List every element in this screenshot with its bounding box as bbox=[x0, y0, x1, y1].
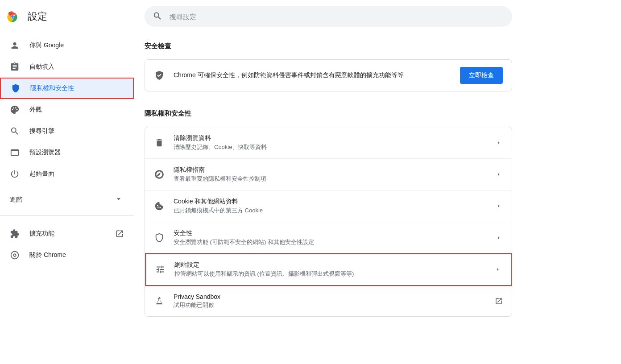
row-body: Privacy Sandbox 試用功能已開啟 bbox=[174, 293, 486, 309]
compass-icon bbox=[154, 169, 165, 180]
power-icon bbox=[10, 169, 20, 179]
sidebar-item-autofill[interactable]: 自動填入 bbox=[0, 56, 128, 78]
chrome-logo-icon bbox=[6, 10, 19, 23]
sidebar-item-search-engine[interactable]: 搜尋引擎 bbox=[0, 120, 128, 142]
sidebar-item-label: 外觀 bbox=[29, 106, 42, 114]
sidebar-item-label: 搜尋引擎 bbox=[29, 127, 54, 135]
sidebar-item-privacy-security[interactable]: 隱私權和安全性 bbox=[0, 78, 134, 99]
sidebar-item-about-chrome[interactable]: 關於 Chrome bbox=[0, 244, 134, 266]
row-body: 網站設定 控管網站可以使用和顯示的資訊 (位置資訊、攝影機和彈出式視窗等等) bbox=[174, 261, 485, 278]
chrome-outline-icon bbox=[10, 250, 20, 260]
sidebar-item-label: 你與 Google bbox=[29, 41, 64, 50]
row-title: Privacy Sandbox bbox=[174, 293, 486, 300]
section-title-privacy: 隱私權和安全性 bbox=[145, 109, 512, 118]
settings-header: 設定 bbox=[0, 6, 134, 32]
search-icon bbox=[153, 11, 162, 22]
open-in-new-icon bbox=[495, 297, 503, 305]
main-nav: 你與 Google 自動填入 隱私權和安全性 外觀 搜尋引擎 預設瀏覽器 bbox=[0, 32, 134, 187]
palette-icon bbox=[10, 105, 20, 115]
delete-icon bbox=[154, 137, 165, 148]
chevron-right-icon bbox=[495, 140, 503, 145]
search-input[interactable] bbox=[170, 13, 504, 21]
chevron-right-icon bbox=[494, 267, 502, 272]
row-title: 網站設定 bbox=[174, 261, 485, 269]
bottom-nav: 擴充功能 關於 Chrome bbox=[0, 219, 134, 266]
safety-check-text: Chrome 可確保安全性，例如防範資料侵害事件或封鎖含有惡意軟體的擴充功能等等 bbox=[174, 71, 451, 79]
row-sub: 安全瀏覽功能 (可防範不安全的網站) 和其他安全性設定 bbox=[174, 238, 486, 246]
safety-check-card: Chrome 可確保安全性，例如防範資料侵害事件或封鎖含有惡意軟體的擴充功能等等… bbox=[145, 59, 512, 91]
row-body: 安全性 安全瀏覽功能 (可防範不安全的網站) 和其他安全性設定 bbox=[174, 229, 486, 246]
shield-outline-icon bbox=[154, 232, 165, 243]
sidebar-item-label: 自動填入 bbox=[29, 63, 54, 71]
open-in-new-icon bbox=[115, 229, 124, 238]
chevron-down-icon bbox=[114, 194, 123, 205]
row-sub: 控管網站可以使用和顯示的資訊 (位置資訊、攝影機和彈出式視窗等等) bbox=[174, 270, 485, 278]
privacy-list: 清除瀏覽資料 清除歷史記錄、Cookie、快取等資料 隱私權指南 查看最重要的隱… bbox=[145, 127, 512, 317]
verified-shield-icon bbox=[154, 70, 165, 81]
search-bar[interactable] bbox=[145, 6, 512, 27]
row-sub: 清除歷史記錄、Cookie、快取等資料 bbox=[174, 143, 486, 151]
extension-icon bbox=[10, 229, 20, 239]
sidebar-item-default-browser[interactable]: 預設瀏覽器 bbox=[0, 142, 128, 163]
row-clear-browsing-data[interactable]: 清除瀏覽資料 清除歷史記錄、Cookie、快取等資料 bbox=[145, 127, 512, 158]
person-icon bbox=[10, 41, 20, 50]
sidebar-item-label: 擴充功能 bbox=[29, 230, 105, 238]
divider bbox=[0, 215, 134, 216]
row-title: Cookie 和其他網站資料 bbox=[174, 198, 486, 206]
search-icon bbox=[10, 126, 20, 136]
sidebar-item-extensions[interactable]: 擴充功能 bbox=[0, 223, 134, 244]
cookie-icon bbox=[154, 201, 165, 211]
sidebar-item-you-and-google[interactable]: 你與 Google bbox=[0, 35, 128, 56]
main-content: 安全檢查 Chrome 可確保安全性，例如防範資料侵害事件或封鎖含有惡意軟體的擴… bbox=[134, 0, 523, 364]
sidebar: 設定 你與 Google 自動填入 隱私權和安全性 外觀 搜尋引擎 bbox=[0, 0, 134, 364]
row-site-settings[interactable]: 網站設定 控管網站可以使用和顯示的資訊 (位置資訊、攝影機和彈出式視窗等等) bbox=[145, 253, 512, 286]
assignment-icon bbox=[10, 62, 20, 72]
row-cookies[interactable]: Cookie 和其他網站資料 已封鎖無痕模式中的第三方 Cookie bbox=[145, 190, 512, 222]
shield-icon bbox=[11, 83, 21, 93]
chevron-right-icon bbox=[495, 235, 503, 240]
sidebar-advanced[interactable]: 進階 bbox=[0, 187, 134, 212]
sidebar-item-label: 起始畫面 bbox=[29, 170, 54, 178]
row-security[interactable]: 安全性 安全瀏覽功能 (可防範不安全的網站) 和其他安全性設定 bbox=[145, 222, 512, 253]
section-title-safety: 安全檢查 bbox=[145, 42, 512, 50]
safety-check-button[interactable]: 立即檢查 bbox=[460, 67, 503, 84]
chevron-right-icon bbox=[495, 172, 503, 177]
advanced-label: 進階 bbox=[10, 196, 22, 204]
row-sub: 已封鎖無痕模式中的第三方 Cookie bbox=[174, 207, 486, 215]
row-title: 安全性 bbox=[174, 229, 486, 237]
row-title: 清除瀏覽資料 bbox=[174, 134, 486, 142]
row-sub: 試用功能已開啟 bbox=[174, 301, 486, 309]
page-title: 設定 bbox=[28, 10, 47, 23]
row-body: 清除瀏覽資料 清除歷史記錄、Cookie、快取等資料 bbox=[174, 134, 486, 151]
chevron-right-icon bbox=[495, 203, 503, 209]
sidebar-item-appearance[interactable]: 外觀 bbox=[0, 99, 128, 120]
sidebar-item-label: 關於 Chrome bbox=[29, 251, 124, 259]
sidebar-item-on-startup[interactable]: 起始畫面 bbox=[0, 163, 128, 185]
sidebar-item-label: 預設瀏覽器 bbox=[29, 149, 61, 157]
browser-icon bbox=[10, 148, 20, 157]
flask-icon bbox=[154, 296, 165, 306]
row-body: 隱私權指南 查看最重要的隱私權和安全性控制項 bbox=[174, 166, 486, 183]
tune-icon bbox=[155, 264, 166, 275]
row-sub: 查看最重要的隱私權和安全性控制項 bbox=[174, 175, 486, 183]
row-body: Cookie 和其他網站資料 已封鎖無痕模式中的第三方 Cookie bbox=[174, 198, 486, 215]
row-title: 隱私權指南 bbox=[174, 166, 486, 174]
row-privacy-guide[interactable]: 隱私權指南 查看最重要的隱私權和安全性控制項 bbox=[145, 158, 512, 190]
svg-point-3 bbox=[11, 15, 14, 18]
row-privacy-sandbox[interactable]: Privacy Sandbox 試用功能已開啟 bbox=[145, 285, 512, 316]
sidebar-item-label: 隱私權和安全性 bbox=[30, 84, 74, 92]
